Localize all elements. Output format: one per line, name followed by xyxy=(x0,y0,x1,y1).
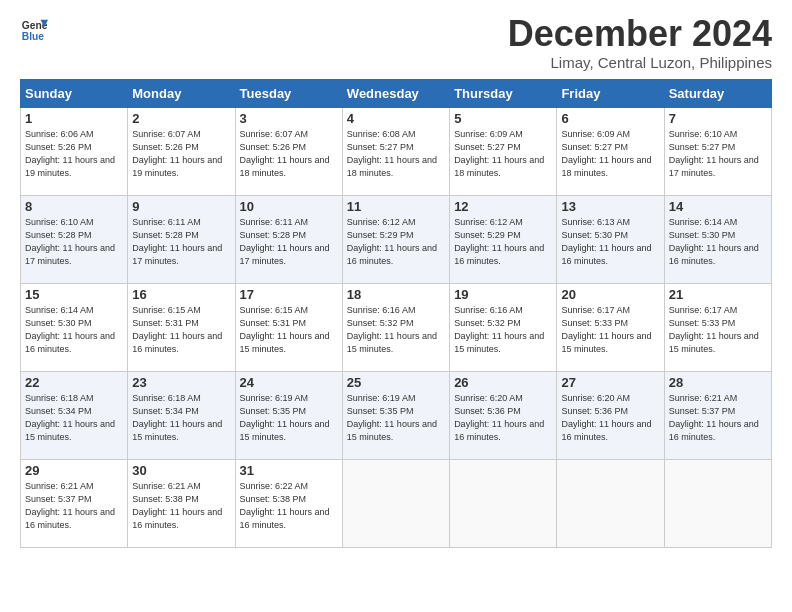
day-info: Sunrise: 6:19 AMSunset: 5:35 PMDaylight:… xyxy=(347,393,437,442)
day-number: 7 xyxy=(669,111,767,126)
calendar-cell: 3Sunrise: 6:07 AMSunset: 5:26 PMDaylight… xyxy=(235,108,342,196)
day-number: 3 xyxy=(240,111,338,126)
calendar-cell: 11Sunrise: 6:12 AMSunset: 5:29 PMDayligh… xyxy=(342,196,449,284)
day-info: Sunrise: 6:20 AMSunset: 5:36 PMDaylight:… xyxy=(561,393,651,442)
day-number: 15 xyxy=(25,287,123,302)
header-cell-sunday: Sunday xyxy=(21,80,128,108)
calendar-cell xyxy=(342,460,449,548)
day-info: Sunrise: 6:08 AMSunset: 5:27 PMDaylight:… xyxy=(347,129,437,178)
day-number: 2 xyxy=(132,111,230,126)
day-number: 28 xyxy=(669,375,767,390)
calendar-cell: 12Sunrise: 6:12 AMSunset: 5:29 PMDayligh… xyxy=(450,196,557,284)
calendar-cell: 1Sunrise: 6:06 AMSunset: 5:26 PMDaylight… xyxy=(21,108,128,196)
calendar-table: SundayMondayTuesdayWednesdayThursdayFrid… xyxy=(20,79,772,548)
calendar-cell: 15Sunrise: 6:14 AMSunset: 5:30 PMDayligh… xyxy=(21,284,128,372)
day-info: Sunrise: 6:10 AMSunset: 5:28 PMDaylight:… xyxy=(25,217,115,266)
calendar-cell: 10Sunrise: 6:11 AMSunset: 5:28 PMDayligh… xyxy=(235,196,342,284)
day-info: Sunrise: 6:14 AMSunset: 5:30 PMDaylight:… xyxy=(669,217,759,266)
day-info: Sunrise: 6:12 AMSunset: 5:29 PMDaylight:… xyxy=(347,217,437,266)
calendar-cell: 29Sunrise: 6:21 AMSunset: 5:37 PMDayligh… xyxy=(21,460,128,548)
calendar-week-row: 15Sunrise: 6:14 AMSunset: 5:30 PMDayligh… xyxy=(21,284,772,372)
logo-icon: General Blue xyxy=(20,16,48,44)
calendar-body: 1Sunrise: 6:06 AMSunset: 5:26 PMDaylight… xyxy=(21,108,772,548)
day-info: Sunrise: 6:21 AMSunset: 5:37 PMDaylight:… xyxy=(25,481,115,530)
day-number: 17 xyxy=(240,287,338,302)
day-number: 26 xyxy=(454,375,552,390)
day-info: Sunrise: 6:15 AMSunset: 5:31 PMDaylight:… xyxy=(240,305,330,354)
month-title: December 2024 xyxy=(508,16,772,52)
title-area: December 2024 Limay, Central Luzon, Phil… xyxy=(508,16,772,71)
calendar-cell: 14Sunrise: 6:14 AMSunset: 5:30 PMDayligh… xyxy=(664,196,771,284)
header-cell-saturday: Saturday xyxy=(664,80,771,108)
location: Limay, Central Luzon, Philippines xyxy=(508,54,772,71)
calendar-cell: 7Sunrise: 6:10 AMSunset: 5:27 PMDaylight… xyxy=(664,108,771,196)
calendar-cell: 24Sunrise: 6:19 AMSunset: 5:35 PMDayligh… xyxy=(235,372,342,460)
day-number: 11 xyxy=(347,199,445,214)
calendar-cell: 19Sunrise: 6:16 AMSunset: 5:32 PMDayligh… xyxy=(450,284,557,372)
day-info: Sunrise: 6:07 AMSunset: 5:26 PMDaylight:… xyxy=(240,129,330,178)
day-number: 20 xyxy=(561,287,659,302)
day-number: 27 xyxy=(561,375,659,390)
header-cell-wednesday: Wednesday xyxy=(342,80,449,108)
day-info: Sunrise: 6:06 AMSunset: 5:26 PMDaylight:… xyxy=(25,129,115,178)
day-number: 19 xyxy=(454,287,552,302)
day-number: 30 xyxy=(132,463,230,478)
calendar-cell: 30Sunrise: 6:21 AMSunset: 5:38 PMDayligh… xyxy=(128,460,235,548)
day-number: 16 xyxy=(132,287,230,302)
calendar-header-row: SundayMondayTuesdayWednesdayThursdayFrid… xyxy=(21,80,772,108)
day-number: 6 xyxy=(561,111,659,126)
calendar-cell: 31Sunrise: 6:22 AMSunset: 5:38 PMDayligh… xyxy=(235,460,342,548)
day-number: 9 xyxy=(132,199,230,214)
day-info: Sunrise: 6:09 AMSunset: 5:27 PMDaylight:… xyxy=(561,129,651,178)
calendar-cell: 25Sunrise: 6:19 AMSunset: 5:35 PMDayligh… xyxy=(342,372,449,460)
day-number: 5 xyxy=(454,111,552,126)
calendar-cell xyxy=(450,460,557,548)
calendar-cell: 27Sunrise: 6:20 AMSunset: 5:36 PMDayligh… xyxy=(557,372,664,460)
day-number: 10 xyxy=(240,199,338,214)
day-info: Sunrise: 6:09 AMSunset: 5:27 PMDaylight:… xyxy=(454,129,544,178)
calendar-cell: 5Sunrise: 6:09 AMSunset: 5:27 PMDaylight… xyxy=(450,108,557,196)
day-info: Sunrise: 6:16 AMSunset: 5:32 PMDaylight:… xyxy=(454,305,544,354)
page: General Blue December 2024 Limay, Centra… xyxy=(0,0,792,558)
calendar-cell: 21Sunrise: 6:17 AMSunset: 5:33 PMDayligh… xyxy=(664,284,771,372)
calendar-week-row: 8Sunrise: 6:10 AMSunset: 5:28 PMDaylight… xyxy=(21,196,772,284)
calendar-cell: 16Sunrise: 6:15 AMSunset: 5:31 PMDayligh… xyxy=(128,284,235,372)
day-info: Sunrise: 6:21 AMSunset: 5:38 PMDaylight:… xyxy=(132,481,222,530)
calendar-cell: 6Sunrise: 6:09 AMSunset: 5:27 PMDaylight… xyxy=(557,108,664,196)
logo: General Blue xyxy=(20,16,48,44)
day-info: Sunrise: 6:21 AMSunset: 5:37 PMDaylight:… xyxy=(669,393,759,442)
calendar-cell: 8Sunrise: 6:10 AMSunset: 5:28 PMDaylight… xyxy=(21,196,128,284)
day-number: 8 xyxy=(25,199,123,214)
day-info: Sunrise: 6:18 AMSunset: 5:34 PMDaylight:… xyxy=(132,393,222,442)
day-info: Sunrise: 6:15 AMSunset: 5:31 PMDaylight:… xyxy=(132,305,222,354)
day-info: Sunrise: 6:17 AMSunset: 5:33 PMDaylight:… xyxy=(669,305,759,354)
calendar-cell: 9Sunrise: 6:11 AMSunset: 5:28 PMDaylight… xyxy=(128,196,235,284)
calendar-cell: 26Sunrise: 6:20 AMSunset: 5:36 PMDayligh… xyxy=(450,372,557,460)
calendar-cell: 2Sunrise: 6:07 AMSunset: 5:26 PMDaylight… xyxy=(128,108,235,196)
calendar-cell xyxy=(557,460,664,548)
svg-text:Blue: Blue xyxy=(22,31,45,42)
day-info: Sunrise: 6:10 AMSunset: 5:27 PMDaylight:… xyxy=(669,129,759,178)
day-info: Sunrise: 6:16 AMSunset: 5:32 PMDaylight:… xyxy=(347,305,437,354)
day-number: 12 xyxy=(454,199,552,214)
header-cell-friday: Friday xyxy=(557,80,664,108)
day-number: 29 xyxy=(25,463,123,478)
header: General Blue December 2024 Limay, Centra… xyxy=(20,16,772,71)
calendar-cell: 23Sunrise: 6:18 AMSunset: 5:34 PMDayligh… xyxy=(128,372,235,460)
day-number: 4 xyxy=(347,111,445,126)
day-info: Sunrise: 6:18 AMSunset: 5:34 PMDaylight:… xyxy=(25,393,115,442)
day-number: 24 xyxy=(240,375,338,390)
header-cell-tuesday: Tuesday xyxy=(235,80,342,108)
day-number: 23 xyxy=(132,375,230,390)
calendar-cell xyxy=(664,460,771,548)
calendar-cell: 20Sunrise: 6:17 AMSunset: 5:33 PMDayligh… xyxy=(557,284,664,372)
calendar-cell: 4Sunrise: 6:08 AMSunset: 5:27 PMDaylight… xyxy=(342,108,449,196)
day-info: Sunrise: 6:14 AMSunset: 5:30 PMDaylight:… xyxy=(25,305,115,354)
calendar-week-row: 22Sunrise: 6:18 AMSunset: 5:34 PMDayligh… xyxy=(21,372,772,460)
day-info: Sunrise: 6:12 AMSunset: 5:29 PMDaylight:… xyxy=(454,217,544,266)
day-number: 13 xyxy=(561,199,659,214)
calendar-week-row: 29Sunrise: 6:21 AMSunset: 5:37 PMDayligh… xyxy=(21,460,772,548)
day-info: Sunrise: 6:11 AMSunset: 5:28 PMDaylight:… xyxy=(240,217,330,266)
day-number: 31 xyxy=(240,463,338,478)
day-info: Sunrise: 6:17 AMSunset: 5:33 PMDaylight:… xyxy=(561,305,651,354)
